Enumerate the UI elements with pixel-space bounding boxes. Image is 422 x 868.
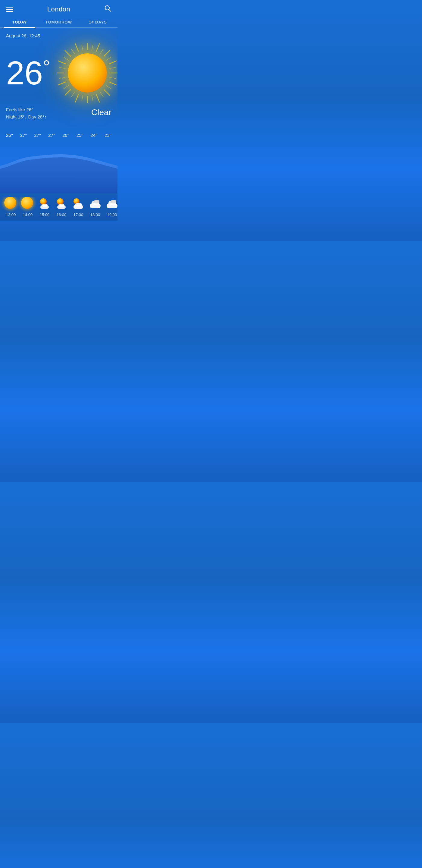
partly-cloudy-icon (72, 197, 85, 210)
svg-line-16 (65, 51, 71, 56)
svg-line-22 (110, 78, 116, 79)
svg-line-9 (96, 95, 99, 102)
tab-14days[interactable]: 14 DAYS (78, 16, 118, 27)
hourly-time-5: 18:00 (90, 213, 100, 217)
hourly-time-1: 14:00 (23, 213, 33, 217)
svg-line-11 (75, 95, 78, 102)
svg-line-27 (71, 92, 75, 97)
hourly-time-4: 17:00 (73, 213, 84, 217)
hourly-icon-6 (105, 197, 118, 210)
weather-description: Feels like 26° Night 15°↓ Day 28°↑ Clear (0, 104, 118, 127)
hourly-time-3: 16:00 (57, 213, 67, 217)
partly-cloudy-light-icon (38, 197, 51, 210)
tab-today[interactable]: TODAY (0, 16, 39, 27)
svg-line-5 (109, 61, 117, 64)
svg-line-17 (75, 44, 78, 51)
temperature-section: 26° (6, 56, 50, 90)
city-title: London (47, 5, 70, 13)
svg-line-26 (82, 95, 83, 101)
svg-line-8 (104, 90, 110, 95)
svg-line-4 (104, 51, 110, 56)
menu-button[interactable] (6, 7, 13, 12)
header: London (0, 0, 118, 16)
svg-line-7 (109, 82, 117, 85)
svg-line-3 (96, 44, 99, 51)
night-day-range: Night 15°↓ Day 28°↑ (6, 113, 47, 121)
temp-label-7: 23° (102, 133, 114, 138)
weather-condition: Clear (91, 106, 111, 117)
svg-rect-39 (59, 204, 64, 207)
svg-line-25 (92, 95, 93, 101)
hourly-icon-2 (38, 197, 51, 210)
temp-label-0: 26° (3, 133, 15, 138)
svg-line-30 (59, 67, 65, 68)
hourly-scroll-container[interactable]: 13:00 14:00 (0, 197, 118, 217)
main-weather-section: 26° (0, 38, 118, 104)
svg-line-15 (58, 61, 66, 64)
partly-cloudy-light-icon-2 (55, 197, 68, 210)
search-icon[interactable] (104, 5, 111, 14)
svg-line-23 (106, 86, 111, 89)
svg-line-33 (82, 45, 83, 51)
temperature-value: 26° (6, 56, 50, 90)
mostly-cloudy-icon (89, 197, 102, 210)
hourly-item-2: 15:00 (37, 197, 53, 217)
svg-line-21 (110, 67, 116, 68)
svg-line-13 (58, 82, 66, 85)
hourly-item-3: 16:00 (54, 197, 69, 217)
svg-line-28 (64, 86, 69, 89)
svg-line-1 (109, 10, 111, 12)
svg-rect-36 (42, 204, 47, 207)
svg-line-32 (71, 49, 75, 54)
svg-line-31 (64, 57, 69, 60)
temp-label-3: 27° (46, 133, 58, 138)
tab-tomorrow[interactable]: TOMORROW (39, 16, 78, 27)
feels-like-section: Feels like 26° Night 15°↓ Day 28°↑ (6, 106, 47, 121)
hourly-item-4: 17:00 (70, 197, 86, 217)
svg-rect-42 (75, 203, 82, 207)
hourly-time-6: 19:00 (107, 213, 117, 217)
svg-line-24 (100, 92, 103, 97)
hourly-time-0: 13:00 (6, 213, 16, 217)
cloudy-icon (105, 197, 118, 210)
weather-graphic (60, 43, 115, 103)
temp-label-5: 25° (74, 133, 86, 138)
sun-graphic (68, 53, 107, 93)
hourly-item-0: 13:00 (3, 197, 19, 217)
hourly-forecast: 13:00 14:00 (0, 193, 118, 221)
hourly-item-6: 19:00 (104, 197, 118, 217)
temp-label-1: 27° (18, 133, 30, 138)
temp-label-4: 26° (60, 133, 72, 138)
feels-like: Feels like 26° (6, 106, 47, 113)
hourly-icon-0 (4, 197, 18, 210)
svg-line-12 (65, 90, 71, 95)
chart-wave (0, 142, 118, 193)
hourly-icon-3 (55, 197, 68, 210)
temp-label-6: 24° (88, 133, 100, 138)
hourly-icon-5 (89, 197, 102, 210)
current-date: August 28, 12:45 (0, 30, 118, 38)
svg-line-20 (106, 57, 111, 60)
temp-labels-row: 26° 27° 27° 27° 26° 25° 24° 23° (0, 133, 118, 138)
svg-line-19 (100, 49, 103, 54)
svg-line-29 (59, 78, 65, 79)
svg-line-18 (92, 45, 93, 51)
hourly-icon-4 (72, 197, 85, 210)
temperature-chart: 26° 27° 27° 27° 26° 25° 24° 23° (0, 133, 118, 193)
hourly-time-2: 15:00 (40, 213, 50, 217)
hourly-item-5: 18:00 (87, 197, 103, 217)
tab-bar: TODAY TOMORROW 14 DAYS (0, 16, 118, 28)
hourly-item-1: 14:00 (20, 197, 36, 217)
hourly-icon-1 (21, 197, 34, 210)
temp-label-2: 27° (32, 133, 44, 138)
svg-rect-48 (111, 200, 116, 204)
svg-rect-45 (94, 200, 99, 204)
